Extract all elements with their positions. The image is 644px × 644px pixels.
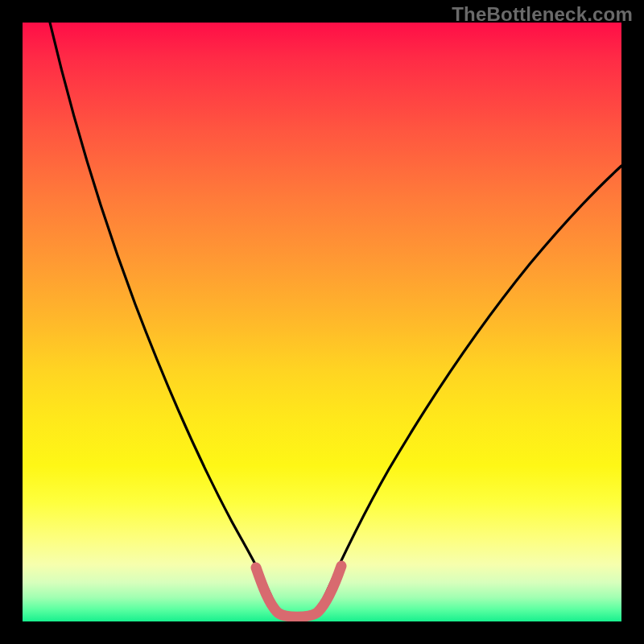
curve-overlay (23, 23, 621, 621)
watermark-text: TheBottleneck.com (452, 3, 633, 26)
right-curve (322, 166, 621, 602)
chart-frame: TheBottleneck.com (0, 0, 644, 644)
plot-area (23, 23, 621, 621)
floor-highlight (256, 566, 341, 617)
left-curve (50, 23, 274, 602)
